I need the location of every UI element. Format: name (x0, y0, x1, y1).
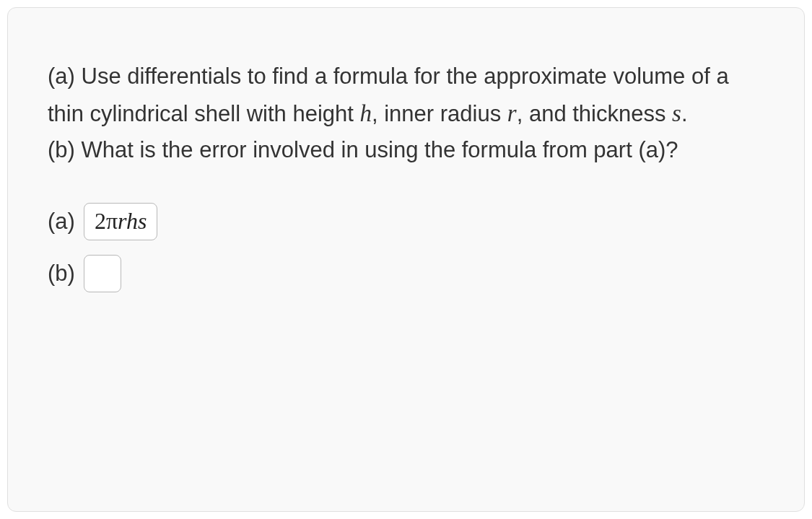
variable-r: r (507, 100, 517, 126)
part-a-text-3: , and thickness (517, 101, 672, 126)
answer-a-vars: rhs (118, 208, 147, 235)
answer-row-b: (b) (48, 255, 764, 292)
answer-row-a: (a) 2πrhs (48, 203, 764, 240)
answer-label-b: (b) (48, 261, 75, 287)
variable-h: h (360, 100, 372, 126)
part-a-text-2: , inner radius (372, 101, 507, 126)
variable-s: s (672, 100, 681, 126)
part-a-period: . (681, 101, 688, 126)
part-b-text: (b) What is the error involved in using … (48, 137, 678, 162)
answer-a-prefix: 2π (95, 208, 118, 235)
question-text: (a) Use differentials to find a formula … (48, 58, 764, 168)
answers-section: (a) 2πrhs (b) (48, 203, 764, 292)
answer-input-a[interactable]: 2πrhs (84, 203, 157, 240)
question-card: (a) Use differentials to find a formula … (7, 7, 805, 512)
answer-input-b[interactable] (84, 255, 121, 292)
answer-label-a: (a) (48, 209, 75, 235)
